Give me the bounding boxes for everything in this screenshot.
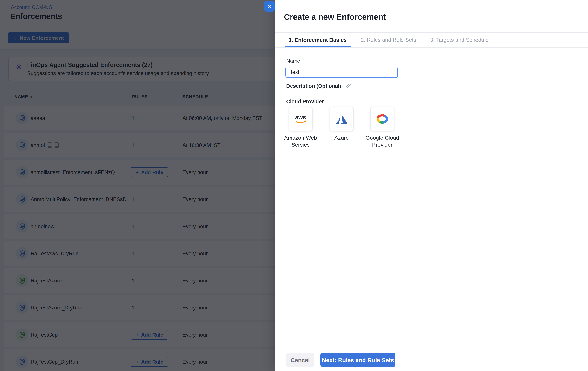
screen: Account: CCM-NG Enforcements + New Enfor…: [0, 0, 588, 371]
provider-card-azure[interactable]: [330, 107, 354, 131]
drawer-title: Create a new Enforcement: [284, 12, 386, 22]
provider-label: Azure: [320, 135, 363, 141]
cancel-button[interactable]: Cancel: [286, 353, 314, 367]
provider-label: Google Cloud Provider: [361, 135, 404, 148]
next-button[interactable]: Next: Rules and Rule Sets: [320, 353, 396, 367]
close-icon[interactable]: ✕: [264, 1, 275, 12]
gcp-logo-icon: [375, 113, 389, 125]
provider-card-aws[interactable]: aws: [289, 107, 313, 131]
wizard-tabs: 1. Enforcement Basics2. Rules and Rule S…: [275, 33, 588, 48]
svg-text:aws: aws: [295, 114, 306, 120]
azure-logo-icon: [335, 113, 348, 124]
provider-option-gcp[interactable]: Google Cloud Provider: [361, 107, 404, 148]
description-label: Description (Optional): [286, 83, 341, 89]
name-input-value: test: [291, 69, 299, 75]
description-row: Description (Optional): [286, 83, 351, 89]
provider-card-gcp[interactable]: [370, 107, 394, 131]
provider-label: Amazon Web Servies: [279, 135, 322, 148]
provider-option-aws[interactable]: aws Amazon Web Servies: [279, 107, 322, 148]
name-field-label: Name: [286, 58, 300, 64]
text-cursor: [300, 69, 300, 75]
create-enforcement-drawer: Create a new Enforcement 1. Enforcement …: [275, 0, 588, 371]
wizard-tab-2[interactable]: 2. Rules and Rule Sets: [357, 33, 420, 47]
provider-option-azure[interactable]: Azure: [320, 107, 363, 141]
pencil-edit-icon[interactable]: [345, 83, 351, 89]
aws-logo-icon: aws: [292, 113, 309, 124]
name-input[interactable]: test: [285, 67, 398, 78]
wizard-tab-3[interactable]: 3. Targets and Schedule: [426, 33, 493, 47]
cloud-provider-label: Cloud Provider: [286, 99, 324, 104]
modal-overlay[interactable]: [0, 0, 275, 371]
wizard-tab-1[interactable]: 1. Enforcement Basics: [285, 33, 351, 47]
